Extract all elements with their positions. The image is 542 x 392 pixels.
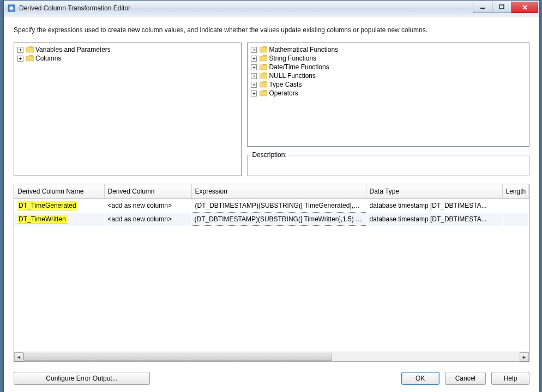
grid-row[interactable]: DT_TimeGenerated <add as new column> (DT… — [14, 199, 529, 213]
cell-expression[interactable]: (DT_DBTIMESTAMP)(SUBSTRING([ TimeGenerat… — [191, 199, 366, 213]
folder-icon — [260, 64, 267, 70]
functions-tree[interactable]: + Mathematical Functions + String Functi… — [247, 43, 529, 147]
plus-icon[interactable]: + — [251, 64, 257, 70]
plus-icon[interactable]: + — [251, 82, 257, 88]
tree-item-datetime-functions[interactable]: + Date/Time Functions — [251, 63, 526, 71]
svg-rect-3 — [26, 47, 34, 52]
cancel-button[interactable]: Cancel — [445, 372, 486, 385]
svg-rect-10 — [260, 91, 267, 96]
cell-derived[interactable]: <add as new column> — [104, 199, 191, 213]
plus-icon[interactable]: + — [251, 91, 257, 97]
titlebar[interactable]: Derived Column Transformation Editor — [4, 1, 539, 16]
svg-rect-6 — [260, 56, 267, 61]
tree-item-label: Variables and Parameters — [35, 45, 111, 54]
col-header-name[interactable]: Derived Column Name — [14, 184, 104, 199]
svg-rect-1 — [480, 8, 485, 9]
col-header-derived[interactable]: Derived Column — [104, 184, 191, 199]
cell-name[interactable]: DT_TimeGenerated — [14, 199, 104, 213]
close-button[interactable] — [511, 2, 538, 13]
highlighted-name: DT_TimeWritten — [17, 215, 67, 224]
derived-columns-grid[interactable]: Derived Column Name Derived Column Expre… — [14, 184, 529, 362]
svg-rect-9 — [260, 82, 267, 87]
col-header-datatype[interactable]: Data Type — [366, 184, 502, 199]
grid-table: Derived Column Name Derived Column Expre… — [14, 184, 529, 226]
grid-empty-area — [14, 226, 529, 352]
tree-item-label: Mathematical Functions — [269, 45, 338, 54]
tree-item-label: Date/Time Functions — [269, 63, 329, 71]
tree-item-math-functions[interactable]: + Mathematical Functions — [251, 45, 526, 54]
dialog-footer: Configure Error Output... OK Cancel Help — [14, 372, 529, 385]
dialog-body: Specify the expressions used to create n… — [4, 16, 539, 392]
variables-columns-tree[interactable]: + Variables and Parameters + — [14, 43, 242, 176]
scroll-track[interactable] — [23, 352, 520, 361]
svg-rect-2 — [499, 5, 504, 9]
grid-row[interactable]: DT_TimeWritten <add as new column> (DT_D… — [14, 213, 529, 226]
folder-icon — [26, 55, 34, 62]
description-box: Description: — [247, 151, 529, 176]
grid-header-row: Derived Column Name Derived Column Expre… — [14, 184, 529, 199]
svg-rect-4 — [26, 56, 34, 61]
cell-datatype[interactable]: database timestamp [DT_DBTIMESTA... — [366, 213, 502, 226]
scroll-right-arrow-icon[interactable]: ► — [520, 352, 529, 361]
window-controls — [473, 2, 539, 13]
svg-rect-7 — [260, 65, 267, 70]
scroll-thumb[interactable] — [23, 353, 332, 361]
tree-item-null-functions[interactable]: + NULL Functions — [251, 71, 526, 80]
plus-icon[interactable]: + — [251, 47, 257, 53]
highlighted-name: DT_TimeGenerated — [17, 201, 77, 210]
configure-error-output-button[interactable]: Configure Error Output... — [14, 372, 150, 385]
folder-icon — [260, 73, 267, 79]
minimize-button[interactable] — [473, 2, 492, 13]
folder-icon — [260, 81, 267, 88]
functions-column: + Mathematical Functions + String Functi… — [247, 43, 529, 176]
tree-item-label: Columns — [35, 54, 61, 63]
col-header-length[interactable]: Length — [502, 184, 529, 199]
dialog-window: Derived Column Transformation Editor Spe… — [3, 0, 540, 392]
plus-icon[interactable]: + — [251, 73, 257, 79]
tree-item-variables[interactable]: + Variables and Parameters — [17, 45, 238, 54]
tree-item-label: String Functions — [269, 54, 316, 63]
cell-name[interactable]: DT_TimeWritten — [14, 213, 104, 226]
maximize-button[interactable] — [492, 2, 511, 13]
scroll-left-arrow-icon[interactable]: ◄ — [14, 352, 23, 361]
description-label: Description: — [251, 151, 287, 159]
plus-icon[interactable]: + — [17, 56, 23, 62]
folder-icon — [260, 46, 267, 53]
tree-item-label: Type Casts — [269, 80, 302, 89]
panes-row: + Variables and Parameters + — [14, 43, 529, 176]
plus-icon[interactable]: + — [17, 47, 23, 53]
help-button[interactable]: Help — [491, 372, 529, 385]
app-icon — [7, 4, 16, 13]
svg-rect-8 — [260, 74, 267, 79]
tree-item-label: NULL Functions — [269, 71, 316, 80]
cell-length[interactable] — [502, 213, 529, 226]
tree-item-label: Operators — [269, 89, 298, 98]
folder-icon — [260, 90, 267, 97]
cell-derived[interactable]: <add as new column> — [104, 213, 191, 226]
tree-item-string-functions[interactable]: + String Functions — [251, 54, 526, 63]
cell-expression[interactable]: (DT_DBTIMESTAMP)(SUBSTRING([ TimeWritten… — [191, 213, 366, 226]
horizontal-scrollbar[interactable]: ◄ ► — [14, 352, 529, 361]
col-header-expression[interactable]: Expression — [191, 184, 366, 199]
plus-icon[interactable]: + — [251, 56, 257, 62]
svg-rect-5 — [260, 47, 267, 52]
cell-length[interactable] — [502, 199, 529, 213]
tree-item-type-casts[interactable]: + Type Casts — [251, 80, 526, 89]
folder-icon — [26, 46, 34, 53]
tree-item-operators[interactable]: + Operators — [251, 89, 526, 98]
folder-icon — [260, 55, 267, 62]
cell-datatype[interactable]: database timestamp [DT_DBTIMESTA... — [366, 199, 502, 213]
window-title: Derived Column Transformation Editor — [19, 4, 473, 12]
ok-button[interactable]: OK — [401, 372, 439, 385]
tree-item-columns[interactable]: + Columns — [17, 54, 238, 63]
instructions-text: Specify the expressions used to create n… — [14, 26, 529, 34]
